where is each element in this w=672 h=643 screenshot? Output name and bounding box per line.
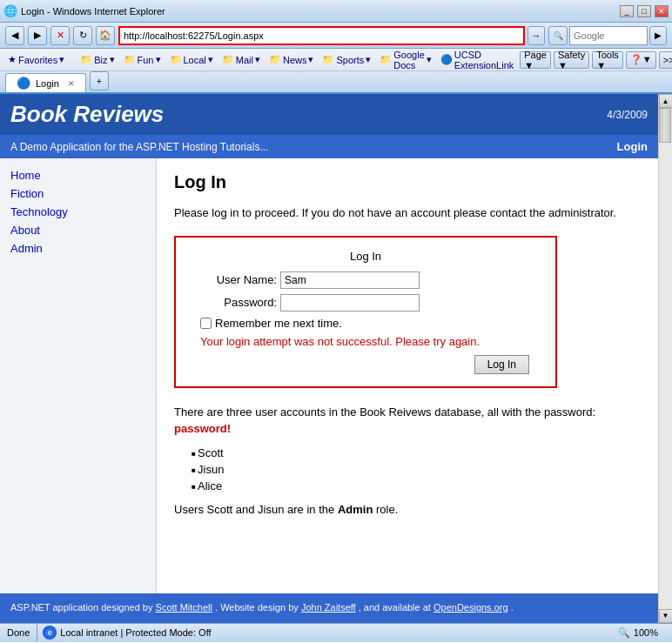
address-input[interactable] [118, 26, 525, 45]
close-button[interactable]: ✕ [655, 5, 669, 17]
site-body: Home Fiction Technology About Admin Log … [0, 158, 658, 593]
extra-button[interactable]: >> [659, 51, 672, 69]
user-item-alice: Alice [192, 479, 641, 492]
stop-button[interactable]: ✕ [50, 26, 70, 45]
help-button[interactable]: ❓▼ [626, 51, 656, 69]
address-bar: → [118, 26, 545, 45]
fav-ucsd[interactable]: 🔵 UCSD ExtensionLink [438, 49, 517, 71]
tab-login[interactable]: 🔵 Login ✕ [5, 73, 86, 92]
vertical-scrollbar[interactable]: ▲ ▼ [658, 94, 672, 623]
username-input[interactable] [280, 271, 420, 289]
scroll-content: Book Reviews 4/3/2009 A Demo Application… [0, 94, 658, 623]
footer-link-opendesigns[interactable]: OpenDesigns.org [433, 602, 508, 613]
password-highlight: password! [174, 422, 231, 435]
footer-text4: . [511, 602, 514, 613]
tab-icon: 🔵 [17, 77, 30, 90]
scroll-track[interactable] [659, 108, 672, 609]
go-button[interactable]: → [528, 26, 545, 45]
login-button[interactable]: Log In [474, 355, 529, 374]
username-label: User Name: [193, 273, 280, 286]
sidebar-item-admin[interactable]: Admin [10, 242, 145, 255]
search-submit[interactable]: ▶ [649, 26, 667, 45]
status-text: Done [7, 627, 30, 638]
sidebar-item-home[interactable]: Home [10, 169, 145, 182]
sidebar: Home Fiction Technology About Admin [0, 158, 157, 593]
sidebar-item-technology[interactable]: Technology [10, 205, 145, 218]
accounts-text: There are three user accounts in the Boo… [174, 404, 641, 438]
status-segment-zoom: 🔍 100% [618, 624, 665, 642]
password-label: Password: [193, 296, 280, 309]
fav-biz[interactable]: 📁 Biz ▾ [77, 53, 117, 66]
favorites-bar: ★ Favorites ▾ 📁 Biz ▾ 📁 Fun ▾ 📁 Local ▾ … [0, 49, 672, 71]
tools-button[interactable]: Tools ▼ [592, 51, 623, 69]
scroll-thumb[interactable] [659, 108, 671, 143]
scroll-up-button[interactable]: ▲ [659, 94, 673, 108]
error-message: Your login attempt was not successful. P… [200, 335, 538, 348]
remember-label: Remember me next time. [215, 317, 342, 330]
maximize-button[interactable]: □ [637, 5, 651, 17]
fav-local[interactable]: 📁 Local ▾ [167, 53, 216, 66]
browser-titlebar: 🌐 Login - Windows Internet Explorer _ □ … [0, 0, 672, 23]
password-input[interactable] [280, 294, 420, 311]
site-date: 4/3/2009 [607, 109, 648, 121]
page-title: Log In [174, 172, 641, 192]
submit-row: Log In [193, 355, 529, 374]
footer-text3: , and available at [359, 602, 431, 613]
login-box: Log In User Name: Password: Remember me … [174, 236, 557, 388]
minimize-button[interactable]: _ [620, 5, 634, 17]
search-input[interactable] [569, 26, 648, 45]
status-segment-zone: e Local intranet | Protected Mode: Off [43, 624, 613, 642]
zoom-text: 100% [634, 627, 658, 638]
safety-button[interactable]: Safety ▼ [554, 51, 589, 69]
fav-sports[interactable]: 📁 Sports ▾ [319, 53, 373, 66]
fav-news[interactable]: 📁 News ▾ [266, 53, 317, 66]
admin-roles-text: Users Scott and Jisun are in the Admin r… [174, 503, 641, 516]
sidebar-item-fiction[interactable]: Fiction [10, 187, 145, 200]
footer-link-scott[interactable]: Scott Mitchell [156, 602, 212, 613]
fav-mail[interactable]: 📁 Mail ▾ [219, 53, 263, 66]
username-row: User Name: [193, 271, 538, 289]
user-list: Scott Jisun Alice [192, 446, 641, 492]
site-title: Book Reviews [10, 101, 164, 128]
main-content: Log In Please log in to proceed. If you … [157, 158, 658, 593]
remember-checkbox[interactable] [200, 318, 212, 329]
fav-fun[interactable]: 📁 Fun ▾ [121, 53, 164, 66]
accounts-text-1: There are three user accounts in the Boo… [174, 405, 595, 419]
status-segment-done: Done [7, 624, 37, 642]
site-subheader: A Demo Application for the ASP.NET Hosti… [0, 135, 658, 158]
tab-bar: 🔵 Login ✕ + [0, 71, 672, 94]
user-item-jisun: Jisun [192, 463, 641, 476]
admin-text-1: Users Scott and Jisun are in the [174, 503, 334, 516]
site-wrapper: Book Reviews 4/3/2009 A Demo Application… [0, 94, 658, 623]
site-header: Book Reviews 4/3/2009 [0, 94, 658, 135]
favorites-button[interactable]: ★ Favorites ▾ [5, 53, 67, 66]
forward-button[interactable]: ▶ [28, 26, 47, 45]
admin-role: Admin [338, 503, 373, 516]
tab-close-icon[interactable]: ✕ [68, 79, 75, 88]
user-item-scott: Scott [192, 446, 641, 459]
page-button[interactable]: Page ▼ [520, 51, 551, 69]
admin-text-2: role. [376, 503, 398, 516]
intro-text: Please log in to proceed. If you do not … [174, 204, 641, 222]
password-row: Password: [193, 294, 538, 311]
zoom-icon: 🔍 [618, 627, 630, 639]
search-container: 🔍 ▶ [548, 26, 667, 45]
back-button[interactable]: ◀ [5, 26, 24, 45]
browser-title: Login - Windows Internet Explorer [21, 6, 165, 17]
sidebar-item-about[interactable]: About [10, 224, 145, 237]
zone-text: Local intranet | Protected Mode: Off [60, 627, 211, 638]
refresh-button[interactable]: ↻ [73, 26, 92, 45]
ie-icon: 🌐 [3, 4, 17, 17]
login-link[interactable]: Login [617, 140, 648, 153]
footer-link-john[interactable]: John Zaitseff [301, 602, 356, 613]
tab-label: Login [36, 78, 59, 89]
scroll-down-button[interactable]: ▼ [659, 609, 673, 623]
ie-status-icon: e [43, 626, 57, 640]
footer-text1: ASP.NET application designed by [10, 602, 152, 613]
home-button[interactable]: 🏠 [96, 26, 115, 45]
remember-row: Remember me next time. [200, 317, 538, 330]
new-tab-button[interactable]: + [90, 71, 109, 90]
fav-googledocs[interactable]: 📁 Google Docs ▾ [377, 49, 433, 71]
nav-bar: ◀ ▶ ✕ ↻ 🏠 → 🔍 ▶ [0, 23, 672, 49]
status-bar: Done e Local intranet | Protected Mode: … [0, 623, 672, 642]
